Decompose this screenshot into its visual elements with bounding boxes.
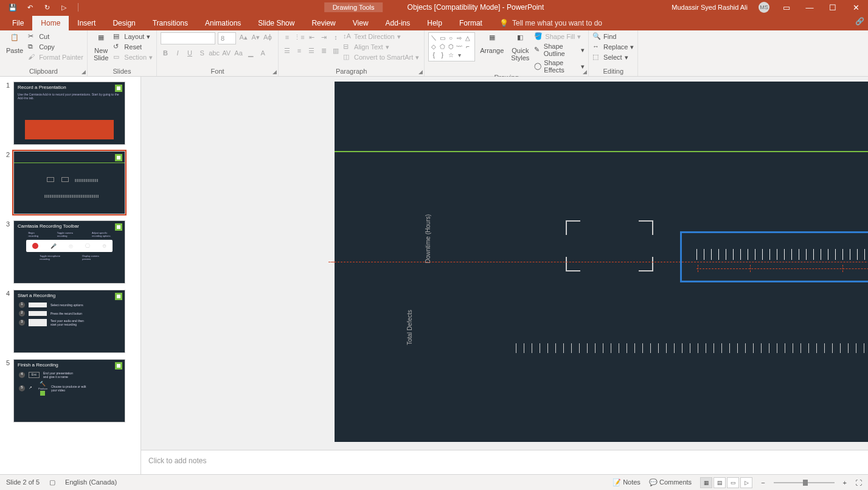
shadow-icon[interactable]: abc [209,48,219,58]
thumb-slide-5[interactable]: Finish a Recording 4EscEnd your presenta… [13,359,125,422]
tab-addins[interactable]: Add-ins [377,16,419,30]
underline-icon[interactable]: U [185,48,195,58]
thumb-slide-2[interactable]: ‖‖‖‖‖‖‖‖‖‖‖‖‖ ‖‖‖‖‖‖‖‖‖‖‖‖‖‖‖‖‖‖‖‖‖‖‖‖‖‖… [13,151,125,214]
drawing-launcher-icon[interactable]: ◢ [583,69,587,75]
crop-mark-bl[interactable] [566,257,580,271]
font-name-input[interactable] [161,32,215,44]
align-right-icon[interactable]: ☰ [307,46,316,55]
redo-icon[interactable]: ↻ [43,3,51,12]
shape-curve-icon[interactable]: 〰 [456,43,463,50]
tab-file[interactable]: File [4,16,32,30]
shapes-gallery[interactable]: ＼ ▭ ○ ⇨ △ ◇ ⬠ ⬡ 〰 ⌐ { } ☆ ▾ [428,32,475,61]
user-avatar[interactable]: MS [759,2,769,13]
align-text-button[interactable]: ⊟Align Text▾ [343,43,419,51]
replace-button[interactable]: ↔Replace▾ [592,43,634,51]
select-button[interactable]: ⬚Select▾ [592,53,634,61]
tell-me-search[interactable]: 💡 Tell me what you want to do [491,16,611,30]
notes-pane[interactable]: Click to add notes [141,450,868,474]
strikethrough-icon[interactable]: S [197,48,207,58]
tab-view[interactable]: View [344,16,377,30]
increase-indent-icon[interactable]: ⇥ [319,32,328,42]
shape-rect-icon[interactable]: ▭ [439,34,446,41]
decrease-font-icon[interactable]: A▾ [251,32,260,42]
increase-font-icon[interactable]: A▴ [238,32,248,42]
copy-button[interactable]: ⧉Copy [28,43,83,51]
paragraph-launcher-icon[interactable]: ◢ [418,69,423,75]
start-from-beginning-icon[interactable]: ▷ [60,3,68,12]
shape-oval-icon[interactable]: ○ [447,34,454,41]
numbering-icon[interactable]: ⋮≡ [294,32,304,42]
shape-triangle-icon[interactable]: △ [464,34,471,41]
shape-effects-button[interactable]: ◯Shape Effects▾ [534,59,585,74]
highlight-icon[interactable]: ▁ [246,48,255,58]
spellcheck-icon[interactable]: ▢ [49,478,55,486]
tab-insert[interactable]: Insert [69,16,104,30]
tab-help[interactable]: Help [418,16,451,30]
section-button[interactable]: ▭Section▾ [113,53,153,61]
thumb-slide-3[interactable]: Camtasia Recording Toolbar Begin recordi… [13,220,125,284]
tab-review[interactable]: Review [303,16,344,30]
cut-button[interactable]: ✂Cut [28,32,83,41]
align-left-icon[interactable]: ☰ [282,46,292,55]
shape-outline-button[interactable]: ✎Shape Outline▾ [534,43,585,57]
user-name[interactable]: Mudassir Syed Rashid Ali [672,4,748,11]
shape-line-icon[interactable]: ＼ [430,34,437,41]
crop-mark-br[interactable] [639,257,653,271]
sorter-view-icon[interactable]: ▤ [713,477,726,488]
arrange-button[interactable]: ▦Arrange [477,32,506,55]
reading-view-icon[interactable]: ▭ [727,477,739,488]
normal-view-icon[interactable]: ▦ [700,477,712,488]
shape-connector-icon[interactable]: ⌐ [464,43,471,50]
tab-home[interactable]: Home [32,16,69,30]
zoom-in-icon[interactable]: + [843,479,847,486]
format-painter-button[interactable]: 🖌Format Painter [28,53,83,61]
clear-formatting-icon[interactable]: Aϕ [263,32,273,42]
slide-canvas[interactable]: Downtime (Hours) Total Defects document.… [141,77,868,450]
slide-indicator[interactable]: Slide 2 of 5 [6,478,40,486]
minimize-icon[interactable]: — [804,3,816,12]
paste-button[interactable]: 📋 Paste [4,32,26,55]
shape-brace2-icon[interactable]: } [439,51,446,58]
notes-toggle[interactable]: 📝 Notes [613,478,641,486]
smartart-button[interactable]: ◫Convert to SmartArt▾ [343,53,419,61]
bold-icon[interactable]: B [161,48,170,58]
reset-button[interactable]: ↺Reset [113,43,153,51]
shape-star-icon[interactable]: ☆ [447,51,454,58]
selected-object[interactable]: document.write(Array.from({length:40},()… [680,231,868,282]
tab-slideshow[interactable]: Slide Show [249,16,303,30]
shape-pentagon-icon[interactable]: ⬠ [439,43,446,50]
close-icon[interactable]: ✕ [850,3,862,12]
axis-label-2[interactable]: Total Defects [406,310,413,345]
tab-design[interactable]: Design [104,16,144,30]
language-indicator[interactable]: English (Canada) [65,478,117,486]
comments-toggle[interactable]: 💬 Comments [649,478,692,486]
crop-mark-tr[interactable] [639,220,653,235]
line-spacing-icon[interactable]: ↕ [331,32,341,42]
text-direction-button[interactable]: ↕AText Direction▾ [343,32,419,41]
zoom-out-icon[interactable]: − [761,479,765,486]
font-launcher-icon[interactable]: ◢ [273,69,277,75]
axis-label-1[interactable]: Downtime (Hours) [425,214,431,264]
undo-icon[interactable]: ↶ [26,3,34,12]
save-icon[interactable]: 💾 [9,3,17,12]
quick-styles-button[interactable]: ◧Quick Styles [509,32,532,63]
decrease-indent-icon[interactable]: ⇤ [307,32,316,42]
share-button[interactable]: 🔗 [855,17,864,26]
shape-more-icon[interactable]: ▾ [456,51,463,58]
change-case-icon[interactable]: Aa [234,48,243,58]
slideshow-view-icon[interactable]: ▷ [740,477,752,488]
new-slide-button[interactable]: ▦ New Slide [91,32,111,63]
justify-icon[interactable]: ≣ [319,46,328,55]
font-color-icon[interactable]: A [258,48,268,58]
zoom-slider[interactable] [774,482,835,483]
crop-mark-tl[interactable] [566,220,580,235]
font-size-input[interactable] [218,32,236,44]
shape-brace-icon[interactable]: { [430,51,437,58]
maximize-icon[interactable]: ☐ [827,3,839,12]
tab-transitions[interactable]: Transitions [144,16,196,30]
italic-icon[interactable]: I [173,48,182,58]
layout-button[interactable]: ▤Layout▾ [113,32,153,41]
thumb-slide-1[interactable]: Record a Presentation Use the Camtasia A… [13,82,125,145]
tab-format[interactable]: Format [451,16,491,30]
slide-thumbnails[interactable]: 1 Record a Presentation Use the Camtasia… [0,77,141,474]
